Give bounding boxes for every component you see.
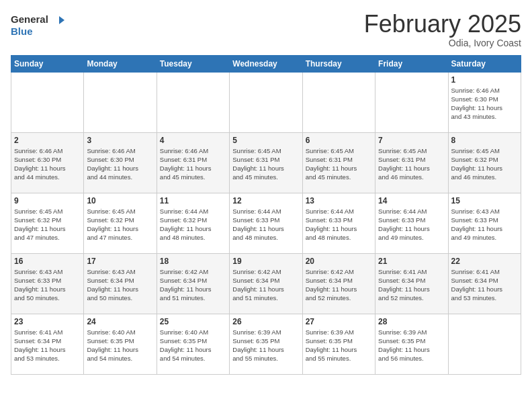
day-number: 21 xyxy=(378,257,445,266)
week-row-1: 1Sunrise: 6:46 AM Sunset: 6:30 PM Daylig… xyxy=(11,72,521,132)
day-number: 10 xyxy=(87,196,153,205)
empty-cell xyxy=(230,72,302,132)
day-number: 9 xyxy=(14,196,81,205)
week-row-2: 2Sunrise: 6:46 AM Sunset: 6:30 PM Daylig… xyxy=(11,132,521,193)
day-number: 11 xyxy=(160,196,226,205)
month-title: February 2025 xyxy=(364,11,521,38)
day-cell-1: 1Sunrise: 6:46 AM Sunset: 6:30 PM Daylig… xyxy=(448,72,521,132)
day-info: Sunrise: 6:42 AM Sunset: 6:34 PM Dayligh… xyxy=(232,267,299,303)
day-number: 17 xyxy=(87,257,153,266)
svg-marker-1 xyxy=(59,16,64,24)
day-info: Sunrise: 6:44 AM Sunset: 6:33 PM Dayligh… xyxy=(378,207,445,242)
svg-text:Blue: Blue xyxy=(11,26,33,37)
day-cell-21: 21Sunrise: 6:41 AM Sunset: 6:34 PM Dayli… xyxy=(375,253,448,314)
day-info: Sunrise: 6:44 AM Sunset: 6:33 PM Dayligh… xyxy=(232,207,299,242)
day-number: 5 xyxy=(232,136,299,145)
day-number: 27 xyxy=(306,317,372,326)
day-cell-23: 23Sunrise: 6:41 AM Sunset: 6:34 PM Dayli… xyxy=(11,314,84,374)
day-info: Sunrise: 6:46 AM Sunset: 6:30 PM Dayligh… xyxy=(451,86,518,122)
day-number: 22 xyxy=(451,257,518,266)
day-cell-26: 26Sunrise: 6:39 AM Sunset: 6:35 PM Dayli… xyxy=(230,314,302,374)
day-cell-3: 3Sunrise: 6:46 AM Sunset: 6:30 PM Daylig… xyxy=(84,132,157,193)
day-info: Sunrise: 6:45 AM Sunset: 6:32 PM Dayligh… xyxy=(14,207,81,242)
day-info: Sunrise: 6:46 AM Sunset: 6:30 PM Dayligh… xyxy=(14,146,81,182)
day-cell-20: 20Sunrise: 6:42 AM Sunset: 6:34 PM Dayli… xyxy=(302,253,375,314)
day-cell-16: 16Sunrise: 6:43 AM Sunset: 6:33 PM Dayli… xyxy=(11,253,84,314)
day-cell-10: 10Sunrise: 6:45 AM Sunset: 6:32 PM Dayli… xyxy=(84,193,157,253)
day-number: 4 xyxy=(160,136,226,145)
day-cell-8: 8Sunrise: 6:45 AM Sunset: 6:32 PM Daylig… xyxy=(448,132,521,193)
day-info: Sunrise: 6:40 AM Sunset: 6:35 PM Dayligh… xyxy=(160,328,226,363)
day-number: 25 xyxy=(160,317,226,326)
empty-cell xyxy=(448,314,521,374)
day-info: Sunrise: 6:40 AM Sunset: 6:35 PM Dayligh… xyxy=(87,328,153,363)
day-info: Sunrise: 6:43 AM Sunset: 6:33 PM Dayligh… xyxy=(14,267,81,303)
day-info: Sunrise: 6:44 AM Sunset: 6:32 PM Dayligh… xyxy=(160,207,226,242)
week-row-5: 23Sunrise: 6:41 AM Sunset: 6:34 PM Dayli… xyxy=(11,314,521,374)
day-cell-4: 4Sunrise: 6:46 AM Sunset: 6:31 PM Daylig… xyxy=(157,132,229,193)
day-cell-12: 12Sunrise: 6:44 AM Sunset: 6:33 PM Dayli… xyxy=(230,193,302,253)
empty-cell xyxy=(84,72,157,132)
day-cell-19: 19Sunrise: 6:42 AM Sunset: 6:34 PM Dayli… xyxy=(230,253,302,314)
day-info: Sunrise: 6:39 AM Sunset: 6:35 PM Dayligh… xyxy=(378,328,445,363)
col-header-monday: Monday xyxy=(84,55,157,72)
day-info: Sunrise: 6:41 AM Sunset: 6:34 PM Dayligh… xyxy=(14,328,81,363)
day-cell-2: 2Sunrise: 6:46 AM Sunset: 6:30 PM Daylig… xyxy=(11,132,84,193)
day-info: Sunrise: 6:41 AM Sunset: 6:34 PM Dayligh… xyxy=(451,267,518,303)
day-number: 12 xyxy=(232,196,299,205)
empty-cell xyxy=(302,72,375,132)
day-info: Sunrise: 6:42 AM Sunset: 6:34 PM Dayligh… xyxy=(160,267,226,303)
day-number: 13 xyxy=(306,196,372,205)
day-cell-17: 17Sunrise: 6:43 AM Sunset: 6:34 PM Dayli… xyxy=(84,253,157,314)
day-info: Sunrise: 6:39 AM Sunset: 6:35 PM Dayligh… xyxy=(306,328,372,363)
day-info: Sunrise: 6:43 AM Sunset: 6:33 PM Dayligh… xyxy=(451,207,518,242)
day-cell-7: 7Sunrise: 6:45 AM Sunset: 6:31 PM Daylig… xyxy=(375,132,448,193)
day-info: Sunrise: 6:45 AM Sunset: 6:31 PM Dayligh… xyxy=(378,146,445,182)
day-number: 26 xyxy=(232,317,299,326)
header-row: SundayMondayTuesdayWednesdayThursdayFrid… xyxy=(11,55,521,72)
day-number: 20 xyxy=(306,257,372,266)
svg-text:General: General xyxy=(11,13,48,25)
logo: General Blue xyxy=(11,11,64,39)
calendar-table: SundayMondayTuesdayWednesdayThursdayFrid… xyxy=(11,55,521,375)
day-cell-9: 9Sunrise: 6:45 AM Sunset: 6:32 PM Daylig… xyxy=(11,193,84,253)
day-cell-14: 14Sunrise: 6:44 AM Sunset: 6:33 PM Dayli… xyxy=(375,193,448,253)
calendar-page: General Blue February 2025 Odia, Ivory C… xyxy=(0,0,532,381)
day-number: 23 xyxy=(14,317,81,326)
day-number: 1 xyxy=(451,75,518,85)
day-info: Sunrise: 6:46 AM Sunset: 6:31 PM Dayligh… xyxy=(160,146,226,182)
day-info: Sunrise: 6:44 AM Sunset: 6:33 PM Dayligh… xyxy=(306,207,372,242)
day-number: 8 xyxy=(451,136,518,145)
day-number: 7 xyxy=(378,136,445,145)
day-number: 19 xyxy=(232,257,299,266)
day-info: Sunrise: 6:45 AM Sunset: 6:31 PM Dayligh… xyxy=(232,146,299,182)
col-header-wednesday: Wednesday xyxy=(230,55,302,72)
day-info: Sunrise: 6:45 AM Sunset: 6:32 PM Dayligh… xyxy=(87,207,153,242)
logo-svg: General Blue xyxy=(11,11,64,39)
day-number: 15 xyxy=(451,196,518,205)
day-number: 28 xyxy=(378,317,445,326)
week-row-4: 16Sunrise: 6:43 AM Sunset: 6:33 PM Dayli… xyxy=(11,253,521,314)
day-number: 24 xyxy=(87,317,153,326)
day-number: 16 xyxy=(14,257,81,266)
day-cell-18: 18Sunrise: 6:42 AM Sunset: 6:34 PM Dayli… xyxy=(157,253,229,314)
location: Odia, Ivory Coast xyxy=(364,38,521,48)
day-number: 18 xyxy=(160,257,226,266)
col-header-friday: Friday xyxy=(375,55,448,72)
day-cell-22: 22Sunrise: 6:41 AM Sunset: 6:34 PM Dayli… xyxy=(448,253,521,314)
day-cell-25: 25Sunrise: 6:40 AM Sunset: 6:35 PM Dayli… xyxy=(157,314,229,374)
day-info: Sunrise: 6:46 AM Sunset: 6:30 PM Dayligh… xyxy=(87,146,153,182)
day-cell-11: 11Sunrise: 6:44 AM Sunset: 6:32 PM Dayli… xyxy=(157,193,229,253)
col-header-saturday: Saturday xyxy=(448,55,521,72)
empty-cell xyxy=(11,72,84,132)
day-cell-15: 15Sunrise: 6:43 AM Sunset: 6:33 PM Dayli… xyxy=(448,193,521,253)
day-cell-13: 13Sunrise: 6:44 AM Sunset: 6:33 PM Dayli… xyxy=(302,193,375,253)
day-number: 14 xyxy=(378,196,445,205)
day-number: 6 xyxy=(306,136,372,145)
day-info: Sunrise: 6:41 AM Sunset: 6:34 PM Dayligh… xyxy=(378,267,445,303)
col-header-thursday: Thursday xyxy=(302,55,375,72)
col-header-sunday: Sunday xyxy=(11,55,84,72)
day-cell-28: 28Sunrise: 6:39 AM Sunset: 6:35 PM Dayli… xyxy=(375,314,448,374)
day-number: 3 xyxy=(87,136,153,145)
col-header-tuesday: Tuesday xyxy=(157,55,229,72)
